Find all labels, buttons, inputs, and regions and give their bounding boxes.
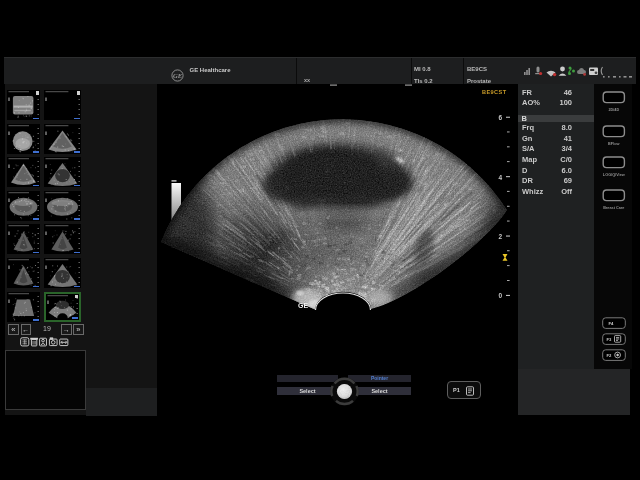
svg-text:GE: GE — [173, 72, 183, 79]
svg-text:6: 6 — [498, 114, 502, 121]
svg-text:F3: F3 — [606, 337, 612, 342]
svg-text:4: 4 — [498, 174, 502, 181]
svg-text:2D/4D: 2D/4D — [608, 108, 619, 112]
svg-text:BFlow: BFlow — [608, 142, 619, 146]
svg-text:F2: F2 — [606, 353, 612, 358]
svg-text:GE: GE — [298, 302, 308, 309]
svg-text:2: 2 — [498, 233, 502, 240]
svg-text:LOG/Q/View: LOG/Q/View — [603, 173, 625, 177]
svg-text:Breast Care: Breast Care — [603, 206, 624, 210]
svg-text:0: 0 — [498, 292, 502, 299]
svg-text:F4: F4 — [609, 321, 615, 326]
svg-text:BE9CST: BE9CST — [482, 89, 507, 95]
